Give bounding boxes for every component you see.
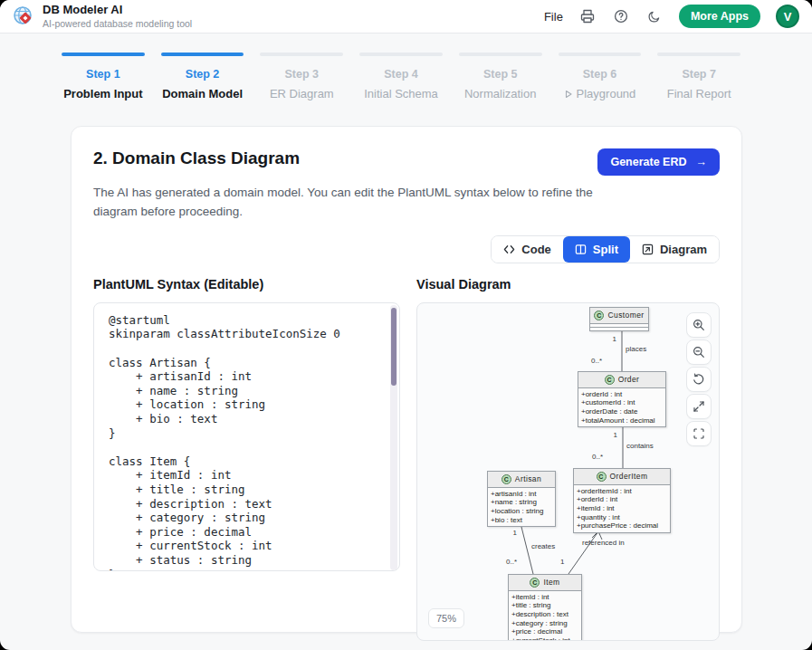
diagram-image-icon	[642, 244, 654, 255]
code-icon	[503, 244, 515, 255]
step-number: Step 2	[161, 68, 244, 81]
class-attribute: +orderDate : date	[581, 407, 663, 416]
diagram-heading: Visual Diagram	[416, 277, 720, 292]
step-label: Domain Model	[161, 87, 244, 100]
relation-label: places	[626, 345, 646, 353]
class-attribute: +category : string	[511, 619, 578, 628]
class-attribute: +itemId : int	[577, 504, 667, 513]
editor-heading: PlantUML Syntax (Editable)	[93, 277, 400, 292]
cardinality-label: 0..*	[497, 558, 517, 566]
fit-view-button[interactable]	[686, 421, 712, 446]
plantuml-editor[interactable]: @startuml skinparam classAttributeIconSi…	[93, 302, 400, 571]
step-progress-bar	[161, 53, 244, 56]
cardinality-label: 1	[603, 431, 617, 439]
app-logo-icon	[13, 5, 34, 27]
step-label: Playground	[559, 87, 642, 100]
page-title: 2. Domain Class Diagram	[93, 148, 300, 168]
class-attribute: +description : text	[511, 610, 578, 619]
step-label: Normalization	[459, 87, 542, 100]
tab-split-label: Split	[593, 243, 618, 256]
class-attribute: +name : string	[491, 498, 552, 507]
cardinality-label: 0..*	[586, 357, 602, 365]
cardinality-label: 1	[560, 558, 564, 566]
zoom-in-button[interactable]	[686, 312, 712, 338]
empty-compartment	[590, 327, 648, 330]
app-title: DB Modeler AI	[43, 3, 192, 17]
app-window: DB Modeler AI AI-powered database modeli…	[0, 0, 812, 650]
scrollbar-thumb[interactable]	[391, 308, 396, 386]
diagram-canvas[interactable]: CCustomer COrder +orderId : int +custome…	[416, 302, 720, 641]
step-label: Initial Schema	[359, 87, 443, 100]
relation-label: creates	[531, 542, 555, 550]
step-label: Problem Input	[62, 87, 145, 100]
step-progress-bar	[459, 53, 542, 56]
uml-class-customer: CCustomer	[589, 307, 649, 331]
class-attribute: +orderId : int	[581, 390, 663, 399]
step-progress-bar	[559, 53, 642, 56]
step-4-initial-schema[interactable]: Step 4 Initial Schema	[359, 53, 443, 100]
printer-icon[interactable]	[578, 7, 597, 25]
step-progress-bar	[657, 53, 740, 56]
play-icon	[564, 90, 573, 99]
moon-icon[interactable]	[645, 7, 664, 25]
fullscreen-button[interactable]	[686, 394, 712, 419]
tab-code-label: Code	[521, 243, 551, 256]
relation-label: referenced in	[582, 539, 625, 547]
expand-icon	[693, 400, 705, 413]
reset-view-button[interactable]	[686, 367, 712, 392]
cardinality-label: 1	[504, 529, 517, 537]
step-label: ER Diagram	[260, 87, 343, 100]
help-circle-icon[interactable]	[612, 7, 630, 25]
step-progress-bar	[260, 53, 343, 56]
class-name: Order	[618, 375, 640, 384]
class-attribute: +itemId : int	[511, 593, 578, 602]
step-6-playground[interactable]: Step 6 Playground	[559, 53, 642, 100]
tab-diagram[interactable]: Diagram	[630, 236, 719, 263]
class-attribute: +currentStock : int	[511, 636, 578, 641]
step-1-problem-input[interactable]: Step 1 Problem Input	[62, 53, 145, 100]
uml-class-item: CItem +itemId : int +title : string +des…	[508, 574, 582, 641]
class-attribute: +title : string	[511, 601, 578, 610]
relation-label: contains	[626, 442, 654, 450]
step-3-er-diagram[interactable]: Step 3 ER Diagram	[260, 53, 343, 100]
step-5-normalization[interactable]: Step 5 Normalization	[459, 53, 542, 100]
plantuml-code[interactable]: @startuml skinparam classAttributeIconSi…	[94, 303, 399, 571]
class-name: OrderItem	[610, 472, 648, 481]
step-number: Step 3	[260, 68, 343, 81]
uml-class-artisan: CArtisan +artisanId : int +name : string…	[487, 471, 556, 527]
cardinality-label: 1	[602, 335, 616, 343]
class-name: Customer	[607, 311, 644, 320]
zoom-in-icon	[693, 319, 705, 331]
class-icon: C	[530, 578, 540, 588]
domain-model-card: 2. Domain Class Diagram Generate ERD → T…	[71, 126, 742, 633]
split-view-icon	[575, 244, 587, 255]
class-attribute: +orderId : int	[577, 495, 667, 504]
step-progress-bar	[62, 53, 145, 56]
class-icon: C	[605, 375, 615, 385]
class-attribute: +bio : text	[491, 516, 552, 525]
more-apps-button[interactable]: More Apps	[679, 5, 760, 28]
generate-erd-button[interactable]: Generate ERD →	[597, 148, 720, 176]
step-2-domain-model[interactable]: Step 2 Domain Model	[161, 53, 244, 100]
class-attribute: +location : string	[491, 507, 552, 516]
class-attribute: +price : decimal	[511, 627, 578, 636]
step-7-final-report[interactable]: Step 7 Final Report	[657, 53, 740, 100]
step-number: Step 1	[62, 68, 145, 81]
menu-file[interactable]: File	[544, 10, 563, 24]
tab-code[interactable]: Code	[492, 236, 563, 263]
editor-scrollbar[interactable]	[390, 305, 397, 570]
tab-diagram-label: Diagram	[660, 243, 707, 256]
step-number: Step 6	[559, 68, 642, 81]
class-attribute: +totalAmount : decimal	[581, 416, 663, 425]
view-mode-tabs: Code Split Diagram	[491, 235, 720, 263]
fit-view-icon	[693, 427, 705, 440]
step-label: Final Report	[657, 87, 740, 100]
class-attribute: +purchasePrice : decimal	[577, 521, 667, 531]
user-avatar[interactable]: V	[776, 5, 799, 28]
reset-icon	[693, 373, 705, 386]
zoom-out-button[interactable]	[686, 339, 712, 365]
zoom-out-icon	[693, 346, 705, 358]
class-name: Artisan	[515, 474, 541, 483]
tab-split[interactable]: Split	[563, 236, 630, 263]
cardinality-label: 0..*	[587, 453, 603, 461]
